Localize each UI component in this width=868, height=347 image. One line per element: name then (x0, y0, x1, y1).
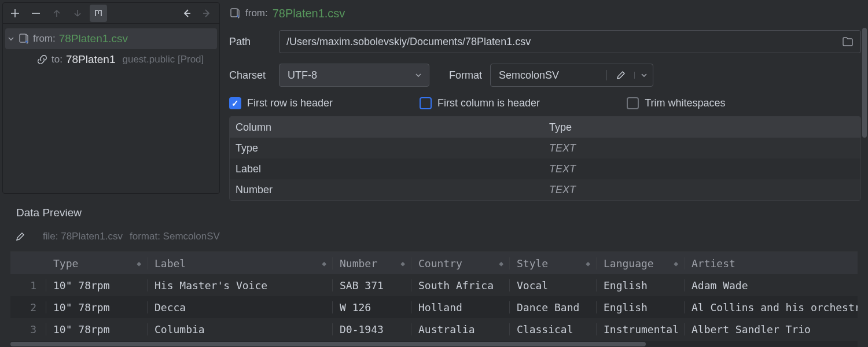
sort-icon: ◆ (499, 259, 502, 268)
folder-icon[interactable] (842, 36, 854, 47)
first-row-header-checkbox[interactable]: ✓ First row is header (229, 97, 333, 109)
charset-label: Charset (229, 69, 271, 82)
preview-meta: file: 78Platen1.csv format: SemcolonSV (15, 231, 858, 242)
source-header: * from: 78Platen1.csv (229, 3, 861, 23)
tree-target-row[interactable]: to: 78Platen1 guest.public [Prod] (3, 49, 219, 70)
tree-source-row[interactable]: * from: 78Platen1.csv (5, 28, 217, 49)
format-value: SemcolonSV (491, 69, 606, 82)
checkbox-label: First column is header (437, 97, 540, 109)
horizontal-scrollbar[interactable] (10, 341, 858, 347)
grid-cell: 10" 78rpm (46, 301, 148, 313)
move-down-button[interactable] (69, 5, 86, 22)
grid-cell: Vocal (510, 279, 597, 291)
col-type: TEXT (542, 184, 860, 196)
col-name: Type (230, 142, 542, 154)
format-label: Format (449, 69, 482, 82)
grid-row[interactable]: 2 10" 78rpm Decca W 126 Holland Dance Ba… (10, 296, 858, 318)
row-number: 2 (10, 301, 46, 313)
chevron-down-icon (408, 72, 429, 79)
check-icon: ✓ (229, 97, 241, 109)
back-button[interactable] (178, 5, 195, 22)
columns-table: Column Type Type TEXT Label TEXT Number … (229, 116, 861, 201)
grid-cell: Decca (148, 301, 333, 313)
chevron-down-icon[interactable] (634, 72, 653, 79)
col-type: TEXT (542, 142, 860, 154)
chevron-down-icon (8, 35, 14, 42)
grid-cell: English (597, 279, 685, 291)
grid-header-cell[interactable]: Type◆ (46, 257, 148, 270)
grid-cell: SAB 371 (333, 279, 411, 291)
col-header-type: Type (542, 121, 860, 134)
trim-whitespace-checkbox[interactable]: Trim whitespaces (627, 97, 725, 109)
grid-cell: Instrumental (597, 323, 685, 335)
charset-value: UTF-8 (279, 69, 408, 82)
row-number: 3 (10, 323, 46, 335)
target-name: 78Platen1 (66, 53, 116, 66)
grid-cell: Albert Sandler Trio (685, 323, 858, 335)
data-preview-section: Data Preview file: 78Platen1.csv format:… (0, 194, 868, 347)
grid-header-cell[interactable]: Artiest (685, 257, 858, 270)
move-up-button[interactable] (48, 5, 65, 22)
columns-table-row[interactable]: Number TEXT (230, 179, 860, 200)
vertical-scrollbar[interactable] (862, 28, 867, 138)
grid-cell: Classical (510, 323, 597, 335)
columns-table-header: Column Type (230, 117, 860, 138)
col-header-column: Column (230, 121, 542, 134)
link-icon (36, 54, 48, 65)
col-name: Label (230, 163, 542, 175)
svg-text:*: * (25, 40, 28, 45)
file-csv-icon: * (18, 33, 30, 45)
from-label: from: (33, 33, 56, 45)
sort-icon: ◆ (400, 259, 404, 268)
grid-cell: W 126 (333, 301, 411, 313)
target-meta: guest.public [Prod] (122, 54, 204, 65)
grid-cell: Australia (411, 323, 510, 335)
grid-cell: Adam Wade (685, 279, 858, 291)
grid-cell: Holland (411, 301, 510, 313)
grid-row[interactable]: 3 10" 78rpm Columbia D0-1943 Australia C… (10, 318, 858, 340)
preview-format-meta: format: SemcolonSV (130, 231, 220, 242)
grid-cell: Dance Band (510, 301, 597, 313)
grid-cell: His Master's Voice (148, 279, 333, 291)
mapping-tree: * from: 78Platen1.csv to: 78Platen1 gues… (3, 24, 219, 75)
auto-map-button[interactable] (90, 5, 107, 22)
edit-format-button[interactable] (606, 70, 634, 80)
checkbox-label: First row is header (247, 97, 333, 109)
mapping-toolbar (3, 3, 219, 24)
format-select[interactable]: SemcolonSV (490, 64, 653, 87)
grid-header-cell[interactable]: Style◆ (510, 257, 597, 270)
scrollbar-thumb[interactable] (10, 342, 646, 346)
grid-header-cell[interactable]: Number◆ (333, 257, 411, 270)
grid-header-cell[interactable]: Language◆ (597, 257, 685, 270)
grid-cell: 10" 78rpm (46, 279, 148, 291)
grid-cell: D0-1943 (333, 323, 411, 335)
edit-preview-button[interactable] (15, 231, 25, 242)
sort-icon: ◆ (674, 259, 677, 268)
grid-cell: English (597, 301, 685, 313)
grid-cell: South Africa (411, 279, 510, 291)
preview-file-meta: file: 78Platen1.csv (43, 231, 123, 242)
grid-header-cell[interactable]: Country◆ (411, 257, 510, 270)
to-label: to: (52, 54, 62, 65)
charset-select[interactable]: UTF-8 (279, 64, 429, 87)
columns-table-row[interactable]: Type TEXT (230, 138, 860, 158)
checkbox-unchecked-icon (420, 97, 432, 109)
data-preview-title: Data Preview (16, 206, 858, 219)
mapping-panel: * from: 78Platen1.csv to: 78Platen1 gues… (2, 2, 220, 194)
preview-grid: Type◆ Label◆ Number◆ Country◆ Style◆ Lan… (10, 252, 858, 340)
grid-cell: Al Collins and his orchestra (685, 301, 858, 313)
svg-text:*: * (237, 14, 239, 19)
grid-header-row: Type◆ Label◆ Number◆ Country◆ Style◆ Lan… (10, 252, 858, 274)
grid-row[interactable]: 1 10" 78rpm His Master's Voice SAB 371 S… (10, 274, 858, 296)
grid-cell: 10" 78rpm (46, 323, 148, 335)
grid-header-cell[interactable]: Label◆ (148, 257, 333, 270)
columns-table-row[interactable]: Label TEXT (230, 158, 860, 179)
file-csv-icon: * (229, 8, 241, 19)
add-button[interactable] (6, 5, 24, 22)
path-value: /Users/maxim.sobolevskiy/Documents/78Pla… (286, 36, 531, 48)
col-name: Number (230, 184, 542, 196)
forward-button[interactable] (198, 5, 216, 22)
remove-button[interactable] (27, 5, 45, 22)
first-col-header-checkbox[interactable]: First column is header (420, 97, 540, 109)
path-input[interactable]: /Users/maxim.sobolevskiy/Documents/78Pla… (279, 30, 861, 53)
